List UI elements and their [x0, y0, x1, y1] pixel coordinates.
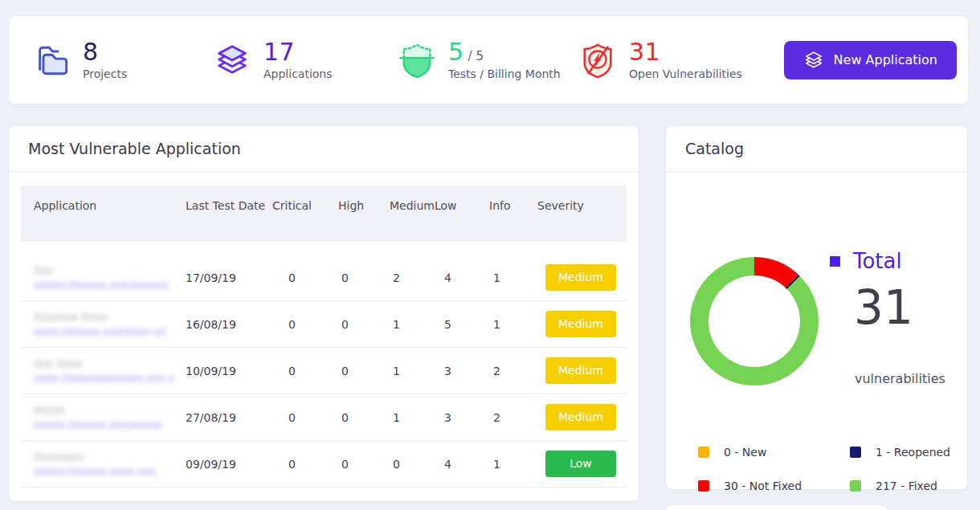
table-row: Xxxxxxxx xxxxx://xxxxx.xxxx.xxx 09/09/19…: [21, 441, 627, 488]
shield-tests-icon: [398, 42, 435, 79]
stat-open-vulnerabilities: 31 Open Vulnerabilities: [579, 39, 742, 80]
stat-applications: 17 Applications: [214, 39, 398, 80]
legend-color-square: [698, 480, 709, 492]
critical-count-cell: 0: [272, 411, 338, 424]
severity-badge: Low: [545, 451, 616, 477]
layers-icon: [214, 42, 251, 79]
next-card-partial: [665, 504, 888, 510]
application-url-link[interactable]: xxxxx://xxxxx.xxx/xxxxxx: [34, 279, 169, 291]
application-url-link[interactable]: xxxx://xxxxxxxxxxxx.xxx.x: [34, 372, 174, 384]
column-header-critical: Critical: [272, 198, 338, 214]
applications-count: 17: [263, 39, 333, 65]
high-count-cell: 0: [338, 271, 390, 284]
medium-count-cell: 1: [390, 411, 435, 424]
legend-item: 1 - Reopened: [850, 446, 950, 459]
info-count-cell: 2: [489, 365, 537, 377]
last-test-date-cell: 17/09/19: [186, 271, 272, 284]
stats-bar: 8 Projects 17 Applications 5/ 5: [8, 15, 969, 104]
folder-icon: [33, 42, 70, 79]
medium-count-cell: 2: [390, 271, 435, 284]
last-test-date-cell: 27/08/19: [186, 411, 272, 424]
application-url-link[interactable]: xxxxx://xxxxx.xxx/xxxxx: [34, 418, 162, 430]
column-header-high: High: [338, 198, 390, 214]
legend-label: 1 - Reopened: [876, 446, 950, 459]
application-name-redacted: Xxxxx: [34, 404, 66, 416]
low-count-cell: 3: [435, 411, 489, 424]
low-count-cell: 5: [435, 318, 489, 331]
low-count-cell: 4: [435, 458, 489, 471]
stat-projects: 8 Projects: [33, 39, 214, 80]
info-count-cell: 1: [489, 458, 537, 471]
legend-color-square: [850, 447, 861, 458]
new-application-button[interactable]: New Application: [784, 41, 957, 80]
donut-hole: [708, 275, 800, 367]
table-body: Xxx xxxxx://xxxxx.xxx/xxxxxx 17/09/19 0 …: [21, 255, 627, 488]
application-name-redacted: Xxxxxxxx: [34, 451, 84, 463]
application-url-link[interactable]: xxxxx://xxxxx.xxxx.xxx: [34, 465, 156, 477]
total-vulnerabilities-unit: vulnerabilities: [855, 371, 945, 386]
application-url-link[interactable]: xxxx://xxxxx.xxx/xxxx-xx: [34, 325, 166, 337]
legend-label: 0 - New: [724, 446, 766, 459]
medium-count-cell: 1: [390, 318, 435, 331]
vulnerabilities-label: Open Vulnerabilities: [629, 67, 742, 80]
last-test-date-cell: 09/09/19: [186, 458, 272, 471]
info-count-cell: 1: [489, 271, 537, 284]
legend-label: 217 - Fixed: [876, 479, 937, 492]
legend-item: 217 - Fixed: [850, 479, 950, 492]
table-row: Xxx Xxxx xxxx://xxxxxxxxxxxx.xxx.x 10/09…: [21, 348, 627, 394]
legend-label: 30 - Not Fixed: [724, 479, 802, 492]
stat-tests: 5/ 5 Tests / Billing Month: [398, 39, 579, 80]
medium-count-cell: 0: [390, 458, 435, 471]
projects-label: Projects: [83, 67, 127, 80]
legend-item: 30 - Not Fixed: [698, 479, 850, 492]
total-vulnerabilities-value: 31: [854, 284, 945, 331]
tests-count: 5: [448, 38, 464, 66]
info-count-cell: 1: [489, 318, 537, 331]
severity-badge: Medium: [545, 404, 616, 430]
application-name-redacted: Xxx: [34, 264, 53, 276]
last-test-date-cell: 16/08/19: [186, 318, 272, 331]
table-card-title: Most Vulnerable Application: [9, 126, 639, 172]
tests-label: Tests / Billing Month: [448, 67, 561, 80]
severity-badge: Medium: [545, 311, 616, 337]
low-count-cell: 3: [435, 365, 489, 377]
table-header-row: Application Last Test Date Critical High…: [21, 186, 627, 242]
vulnerabilities-count: 31: [629, 39, 742, 65]
application-name-redacted: Xxx Xxxx: [34, 357, 82, 369]
shield-vulnerability-icon: [579, 42, 616, 79]
legend-color-square: [850, 480, 861, 492]
column-header-application: Application: [21, 198, 186, 214]
medium-count-cell: 1: [390, 365, 435, 377]
severity-badge: Medium: [545, 357, 616, 384]
application-name-redacted: Xxxxxxx Xxxx: [34, 311, 107, 323]
vulnerability-status-donut-chart: [690, 257, 819, 386]
vulnerable-applications-table: Application Last Test Date Critical High…: [21, 186, 627, 488]
catalog-body: Total 31 vulnerabilities 0 - New 1 - Reo…: [666, 172, 967, 490]
column-header-medium: Medium: [390, 198, 435, 214]
total-label: Total: [853, 249, 902, 273]
critical-count-cell: 0: [272, 318, 338, 331]
table-row: Xxxxxxx Xxxx xxxx://xxxxx.xxx/xxxx-xx 16…: [21, 301, 627, 348]
catalog-card: Catalog Total 31 vulnerabilities 0 - New…: [665, 125, 968, 490]
catalog-title: Catalog: [666, 126, 967, 172]
info-count-cell: 2: [489, 411, 537, 424]
legend-color-square: [698, 447, 709, 458]
tests-quota: / 5: [468, 49, 484, 63]
high-count-cell: 0: [338, 411, 390, 424]
column-header-low: Low: [435, 198, 489, 214]
last-test-date-cell: 10/09/19: [186, 365, 272, 377]
total-block: Total 31 vulnerabilities: [830, 249, 945, 386]
critical-count-cell: 0: [272, 458, 338, 471]
most-vulnerable-application-card: Most Vulnerable Application Application …: [8, 125, 639, 502]
high-count-cell: 0: [338, 365, 390, 377]
column-header-info: Info: [489, 198, 537, 214]
layers-icon: [803, 50, 824, 71]
column-header-severity: Severity: [537, 198, 627, 214]
high-count-cell: 0: [338, 458, 390, 471]
projects-count: 8: [83, 39, 127, 65]
applications-label: Applications: [263, 67, 333, 80]
table-row: Xxxxx xxxxx://xxxxx.xxx/xxxxx 27/08/19 0…: [21, 394, 627, 441]
new-application-label: New Application: [834, 52, 937, 67]
catalog-legend: 0 - New 1 - Reopened 30 - Not Fixed 217 …: [698, 446, 950, 492]
critical-count-cell: 0: [272, 271, 338, 284]
